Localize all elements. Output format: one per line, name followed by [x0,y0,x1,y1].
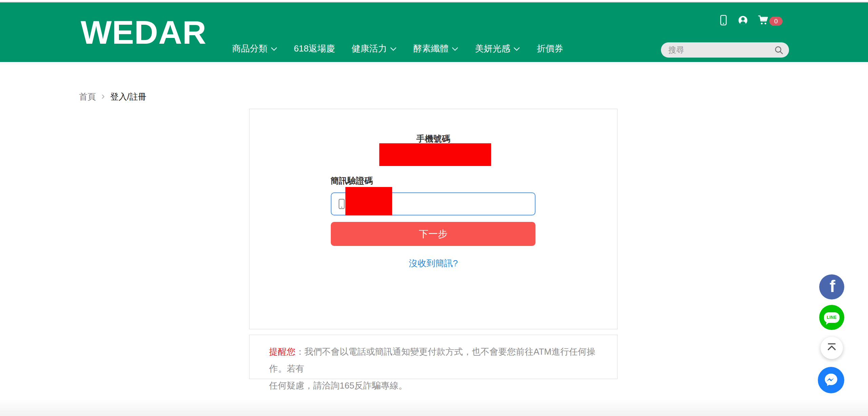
notice-line: 任何疑慮，請洽詢165反詐騙專線。 [269,377,604,394]
facebook-icon: f [830,276,835,296]
page: WEDAR 商品分類 618返場慶 健康活力 酵素纖體 [0,0,868,416]
header-underline [0,64,868,64]
notice-prefix: 提醒您 [269,347,296,357]
messenger-button[interactable] [818,367,844,393]
account-icon[interactable] [739,16,747,25]
messenger-icon [823,372,839,389]
top-strip [0,0,868,2]
mobile-icon[interactable] [720,15,727,27]
facebook-button[interactable]: f [819,274,844,299]
cart-count-badge: 0 [769,17,783,26]
sms-code-label: 簡訊驗證碼 [330,175,373,186]
main-nav: 商品分類 618返場慶 健康活力 酵素纖體 美妍光 [232,43,563,55]
nav-item-coupon[interactable]: 折價券 [537,43,563,55]
nav-item-health[interactable]: 健康活力 [351,43,397,55]
search-box [661,42,789,58]
nav-item-categories[interactable]: 商品分類 [232,43,277,55]
search-icon[interactable] [774,45,784,55]
nav-item-618-sale[interactable]: 618返場慶 [294,43,335,55]
cart-icon[interactable] [758,15,769,27]
site-logo[interactable]: WEDAR [81,16,206,49]
line-button[interactable]: LINE [819,305,844,330]
chevron-down-icon [390,47,397,51]
chevron-down-icon [271,47,277,51]
line-icon: LINE [824,312,840,323]
chevron-down-icon [452,47,458,51]
nav-item-beauty[interactable]: 美妍光感 [475,43,520,55]
notice-line: 提醒您：我們不會以電話或簡訊通知變更付款方式，也不會要您前往ATM進行任何操作。… [269,343,604,377]
scroll-to-top-icon [826,342,837,353]
breadcrumb-separator-icon: › [101,91,105,101]
chevron-down-icon [513,47,520,51]
redaction-phone-number [379,143,491,166]
nav-item-enzyme[interactable]: 酵素纖體 [413,43,458,55]
phone-number-label: 手機號碼 [249,133,617,144]
smartphone-icon [339,199,345,209]
login-card: 手機號碼 簡訊驗證碼 下一步 沒收到簡訊? [249,109,618,329]
breadcrumb: 首頁 › 登入/註冊 [79,91,146,102]
breadcrumb-current: 登入/註冊 [110,91,146,102]
fraud-notice-box: 提醒您：我們不會以電話或簡訊通知變更付款方式，也不會要您前往ATM進行任何操作。… [249,335,618,379]
search-input[interactable] [668,45,774,55]
redaction-sms-code [345,187,392,215]
resend-sms-link[interactable]: 沒收到簡訊? [249,257,617,269]
footer-fade [0,397,868,416]
header-bar: WEDAR 商品分類 618返場慶 健康活力 酵素纖體 [0,2,868,62]
next-step-button[interactable]: 下一步 [331,222,536,246]
breadcrumb-home-link[interactable]: 首頁 [79,91,96,102]
scroll-to-top-button[interactable] [821,337,843,359]
